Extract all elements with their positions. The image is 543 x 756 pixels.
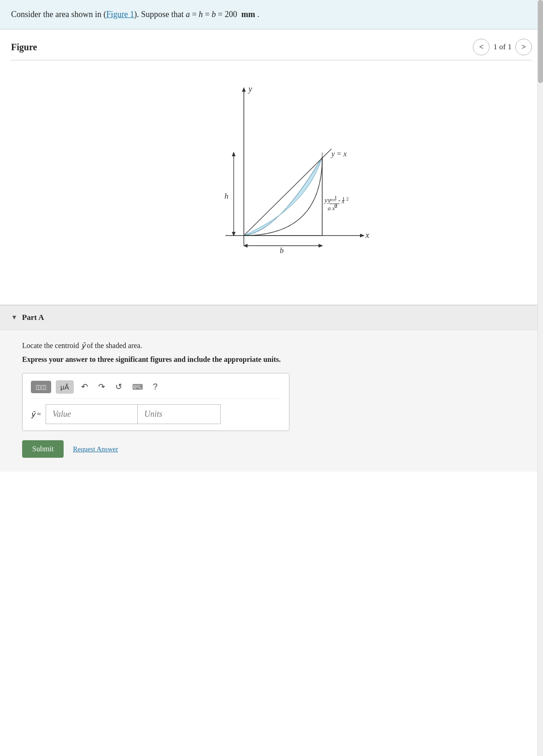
scrollbar-thumb[interactable] <box>538 0 543 83</box>
answer-toolbar: ◫◫ μÅ ↶ ↷ ↺ ⌨ ? <box>31 380 281 399</box>
units-input[interactable] <box>138 404 221 424</box>
submit-area: Submit Request Answer <box>22 440 521 458</box>
input-row: ȳ = <box>31 404 281 424</box>
svg-text:a: a <box>334 201 337 208</box>
y-bar-label: ȳ = <box>31 410 41 419</box>
submit-button[interactable]: Submit <box>22 440 64 458</box>
undo-button[interactable]: ↶ <box>78 380 91 394</box>
h-label: h <box>224 192 229 201</box>
y-axis-label: y <box>248 84 252 94</box>
svg-text:x: x <box>341 198 345 205</box>
y-eq-label: y = <box>324 196 333 204</box>
diagram-wrapper: y x h b <box>152 79 391 282</box>
figure-header: Figure < 1 of 1 > <box>11 39 532 60</box>
yx-label: y = x <box>331 150 347 158</box>
problem-header: Consider the area shown in (Figure 1). S… <box>0 0 543 30</box>
scrollbar-track <box>537 0 543 756</box>
keyboard-button[interactable]: ⌨ <box>130 381 146 393</box>
matrix-icon: ◫◫ <box>35 384 47 390</box>
x-axis-label: x <box>365 230 369 240</box>
part-a-label: Part A <box>22 313 44 322</box>
figure-content: y x h b <box>11 65 532 300</box>
b-label: b <box>280 246 284 255</box>
help-button[interactable]: ? <box>150 380 160 394</box>
matrix-button[interactable]: ◫◫ <box>31 381 51 393</box>
mu-icon: μÅ <box>60 383 69 391</box>
svg-marker-5 <box>232 152 236 156</box>
part-description: Locate the centroid ȳ of the shaded are… <box>22 341 521 350</box>
figure-link[interactable]: Figure 1 <box>106 10 134 19</box>
value-input[interactable] <box>46 404 138 424</box>
part-a-body: Locate the centroid ȳ of the shaded are… <box>0 330 543 472</box>
collapse-triangle-icon: ▼ <box>11 314 18 321</box>
header-text: Consider the area shown in (Figure 1). S… <box>11 10 259 19</box>
part-a-header[interactable]: ▼ Part A <box>0 306 543 330</box>
svg-line-11 <box>244 149 331 236</box>
part-instruction: Express your answer to three significant… <box>22 355 521 364</box>
diagram-svg: y x h b <box>152 79 391 282</box>
svg-text:2: 2 <box>346 196 349 201</box>
figure-title: Figure <box>11 42 37 53</box>
svg-text:1: 1 <box>334 194 337 201</box>
svg-marker-3 <box>360 234 365 237</box>
svg-marker-1 <box>242 87 246 92</box>
part-a-section: ▼ Part A Locate the centroid ȳ of the s… <box>0 305 543 472</box>
prev-figure-button[interactable]: < <box>473 39 490 55</box>
figure-nav: < 1 of 1 > <box>473 39 532 55</box>
mu-button[interactable]: μÅ <box>56 380 74 394</box>
figure-section: Figure < 1 of 1 > y x <box>0 30 543 305</box>
request-answer-button[interactable]: Request Answer <box>73 445 118 453</box>
answer-box: ◫◫ μÅ ↶ ↷ ↺ ⌨ ? ȳ = <box>22 373 289 431</box>
page-indicator: 1 of 1 <box>493 42 512 52</box>
redo-button[interactable]: ↷ <box>95 380 108 394</box>
next-figure-button[interactable]: > <box>515 39 532 55</box>
refresh-button[interactable]: ↺ <box>112 380 125 394</box>
svg-marker-9 <box>319 244 323 248</box>
